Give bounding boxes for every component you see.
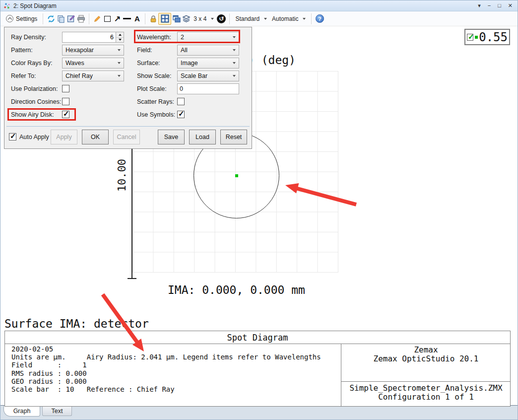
grid-size-dropdown[interactable]: 3 x 4	[191, 14, 216, 23]
text-annotation-icon[interactable]: A	[132, 13, 142, 24]
tab-graph[interactable]: Graph	[3, 406, 40, 417]
show-airy-disk-checkbox[interactable]	[62, 111, 69, 118]
wavelength-legend-value: 0.55	[479, 30, 508, 44]
load-button[interactable]: Load	[189, 130, 216, 144]
plot-title-deg: ) (deg)	[248, 54, 296, 67]
report-file-cell: Simple_Spectrometer_Analysis.ZMX Configu…	[341, 382, 511, 406]
scatter-rays-checkbox[interactable]	[177, 98, 185, 105]
reset-button[interactable]: Reset	[220, 130, 247, 144]
minimize-icon[interactable]: −	[488, 3, 491, 8]
close-icon[interactable]: ✕	[508, 3, 513, 8]
scale-bar-line	[131, 149, 132, 279]
chevron-down-icon	[233, 75, 236, 77]
auto-apply-checkbox[interactable]	[9, 133, 16, 140]
surface-caption: Surface IMA: detector	[4, 317, 149, 330]
window-title: 2: Spot Diagram	[13, 2, 478, 9]
surface-dropdown[interactable]: Image	[177, 58, 239, 69]
cancel-button[interactable]: Cancel	[113, 130, 140, 144]
chevron-down-icon	[233, 49, 236, 51]
use-symbols-label: Use Symbols:	[137, 109, 175, 121]
direction-cosines-checkbox[interactable]	[62, 98, 69, 105]
settings-panel: Ray Density: 6 Pattern: Hexapolar Color …	[4, 27, 252, 149]
surface-label: Surface:	[137, 57, 160, 69]
save-button[interactable]: Save	[158, 130, 185, 144]
spot-diagram-window: 2: Spot Diagram ▾ − □ ✕ Settings	[0, 0, 518, 420]
settings-button[interactable]: Settings	[3, 14, 40, 23]
ray-density-value: 6	[63, 32, 116, 42]
pattern-dropdown[interactable]: Hexapolar	[62, 45, 124, 56]
standard-dropdown[interactable]: Standard	[233, 14, 269, 23]
use-polarization-label: Use Polarization:	[11, 83, 58, 95]
show-scale-label: Show Scale:	[137, 70, 171, 82]
report-right-column: Zemax Zemax OpticStudio 20.1 Simple_Spec…	[341, 344, 511, 406]
split-view-icon-active[interactable]	[158, 13, 171, 25]
ray-density-label: Ray Density:	[11, 31, 46, 43]
surface-value: Image	[181, 60, 198, 67]
chevron-down-icon	[233, 62, 236, 64]
product-version: Zemax OpticStudio 20.1	[341, 354, 511, 363]
tab-text[interactable]: Text	[42, 406, 72, 416]
toolbar: Settings	[0, 11, 518, 26]
line-annotation-icon[interactable]	[122, 13, 132, 24]
scale-bar-cap	[128, 278, 136, 279]
show-scale-dropdown[interactable]: Scale Bar	[177, 70, 239, 81]
rotate-icon[interactable]: ↺	[216, 13, 226, 24]
scale-bar-label: 10.00	[115, 158, 128, 193]
pencil-annotation-icon[interactable]	[92, 13, 102, 24]
cascade-windows-icon[interactable]	[171, 13, 181, 24]
file-name: Simple_Spectrometer_Analysis.ZMX	[341, 384, 511, 393]
chevron-down-icon	[118, 62, 121, 64]
use-polarization-checkbox[interactable]	[62, 85, 69, 92]
wavelength-legend: 0.55	[464, 29, 510, 45]
company-name: Zemax	[341, 346, 511, 354]
window-menu-icon[interactable]: ▾	[478, 3, 481, 8]
refer-to-value: Chief Ray	[65, 72, 93, 79]
help-icon[interactable]: ?	[315, 13, 324, 24]
wavelength-color-dot	[475, 36, 478, 39]
report-line-geo: GEO radius : 0.000	[11, 377, 341, 385]
spinner-up-icon[interactable]	[116, 32, 124, 38]
lock-icon[interactable]	[148, 13, 158, 24]
automatic-dropdown[interactable]: Automatic	[269, 14, 308, 23]
rectangle-annotation-icon[interactable]	[102, 13, 112, 24]
toolbar-separator	[43, 13, 43, 24]
ok-button[interactable]: OK	[82, 130, 109, 144]
field-label: Field:	[137, 44, 152, 56]
report-line-date: 2020-02-05	[11, 345, 341, 353]
spinner-down-icon[interactable]	[116, 38, 124, 43]
refresh-icon[interactable]	[46, 13, 56, 24]
wavelength-legend-checkbox[interactable]	[467, 34, 473, 41]
grid-size-label: 3 x 4	[194, 15, 206, 22]
color-rays-by-dropdown[interactable]: Waves	[62, 58, 124, 69]
field-dropdown[interactable]: All	[177, 45, 239, 56]
toolbar-separator	[311, 13, 312, 24]
panel-separator	[6, 126, 250, 127]
plot-scale-value: 0	[180, 85, 183, 92]
arrow-annotation-icon[interactable]: ↗	[112, 13, 122, 24]
refer-to-dropdown[interactable]: Chief Ray	[62, 70, 124, 81]
configuration-info: Configuration 1 of 1	[341, 393, 511, 402]
layers-icon[interactable]	[181, 13, 191, 24]
apply-button[interactable]: Apply	[51, 130, 77, 144]
copy-icon[interactable]	[56, 13, 66, 24]
toolbar-separator	[229, 13, 230, 24]
chevron-up-circle-icon	[6, 15, 13, 22]
automatic-label: Automatic	[272, 15, 298, 22]
chief-ray-spot	[235, 174, 238, 177]
chevron-down-icon	[303, 18, 306, 20]
show-scale-value: Scale Bar	[181, 72, 207, 79]
color-rays-by-value: Waves	[65, 60, 84, 67]
plot-scale-input[interactable]: 0	[177, 83, 239, 94]
report-line-units: Units are µm. Airy Radius: 2.041 µm. Leg…	[11, 353, 341, 361]
print-icon[interactable]	[76, 13, 86, 24]
standard-label: Standard	[235, 15, 259, 22]
ray-density-spinner[interactable]	[116, 32, 124, 42]
color-rays-by-label: Color Rays By:	[11, 57, 52, 69]
use-symbols-checkbox[interactable]	[177, 111, 185, 118]
report-line-rms: RMS radius : 0.000	[11, 369, 341, 377]
maximize-icon[interactable]: □	[498, 3, 501, 8]
wavelength-dropdown[interactable]: 2	[177, 32, 239, 43]
show-airy-disk-label: Show Airy Disk:	[11, 109, 54, 121]
save-image-icon[interactable]	[66, 13, 76, 24]
ray-density-input[interactable]: 6	[62, 32, 124, 43]
